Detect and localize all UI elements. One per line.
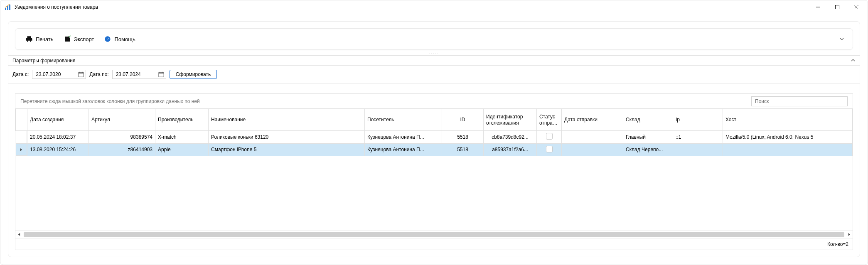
toolbar-expand-button[interactable] <box>837 34 847 44</box>
cell-ip <box>673 143 723 156</box>
cell-track: a85937a1f2a6... <box>484 143 537 156</box>
print-label: Печать <box>36 36 54 42</box>
cell-ship-date <box>562 131 623 144</box>
svg-rect-0 <box>5 8 6 10</box>
print-icon <box>25 35 33 43</box>
cell-manufacturer: Apple <box>155 143 209 156</box>
app-icon <box>5 4 11 10</box>
cell-host: Mozilla/5.0 (Linux; Android 6.0; Nexus 5 <box>723 131 853 144</box>
col-created[interactable]: Дата создания <box>27 109 89 131</box>
row-indicator <box>16 131 27 143</box>
params-body: Дата с: 23.07.2020 Дата по: 23.07.2024 <box>8 66 860 83</box>
checkbox[interactable] <box>546 133 553 140</box>
titlebar: Уведомления о поступлении товара <box>0 0 868 14</box>
cell-ship-status <box>537 131 562 144</box>
main-card: Печать Экспорт ? Помощь <box>8 21 860 257</box>
cell-created: 13.08.2020 15:24:26 <box>27 143 89 156</box>
calendar-icon <box>78 71 84 77</box>
export-icon <box>64 35 71 43</box>
col-ship-status[interactable]: Статус отправки <box>537 109 562 131</box>
col-warehouse[interactable]: Склад <box>623 109 673 131</box>
cell-visitor: Кузнецова Антонина П... <box>365 143 442 156</box>
scroll-left-icon[interactable] <box>15 231 23 238</box>
date-from-value: 23.07.2020 <box>36 71 61 77</box>
window-root: Уведомления о поступлении товара Печать <box>0 0 868 265</box>
export-button[interactable]: Экспорт <box>59 33 98 45</box>
col-ip[interactable]: Ip <box>673 109 723 131</box>
date-to-label: Дата по: <box>89 71 108 77</box>
minimize-button[interactable] <box>809 1 828 13</box>
cell-id: 5518 <box>442 131 484 144</box>
cell-manufacturer: X-match <box>155 131 209 144</box>
cell-article: 98389574 <box>89 131 155 144</box>
params-header-label: Параметры формирования <box>12 58 76 64</box>
date-to-input[interactable]: 23.07.2024 <box>112 70 166 79</box>
cell-visitor: Кузнецова Антонина П... <box>365 131 442 144</box>
content: Печать Экспорт ? Помощь <box>0 14 868 265</box>
col-article[interactable]: Артикул <box>89 109 155 131</box>
cell-name: Смартфон iPhone 5 <box>209 143 365 156</box>
chevron-up-icon <box>851 58 856 64</box>
close-button[interactable] <box>847 1 866 13</box>
calendar-icon <box>158 71 164 77</box>
cell-ip: ::1 <box>673 131 723 144</box>
svg-rect-2 <box>9 5 10 10</box>
grid-area: Перетяните сюда мышкой заголовок колонки… <box>8 83 860 257</box>
group-hint: Перетяните сюда мышкой заголовок колонки… <box>20 98 200 104</box>
toolbar: Печать Экспорт ? Помощь <box>15 28 853 50</box>
row-count: Кол-во=2 <box>827 241 848 247</box>
toolbar-separator <box>144 33 144 45</box>
cell-article: z86414903 <box>89 143 155 156</box>
checkbox[interactable] <box>546 146 553 152</box>
scrollbar-thumb[interactable] <box>24 232 844 237</box>
svg-rect-4 <box>836 5 839 9</box>
col-ship-date[interactable]: Дата отправки <box>562 109 623 131</box>
data-grid: Перетяните сюда мышкой заголовок колонки… <box>15 93 853 250</box>
scroll-right-icon[interactable] <box>845 231 853 238</box>
table-row[interactable]: 20.05.2024 18:02:37 98389574 X-match Рол… <box>16 131 853 144</box>
col-track[interactable]: Идентификатор отслеживания <box>484 109 537 131</box>
svg-rect-1 <box>7 6 8 10</box>
help-label: Помощь <box>114 36 135 42</box>
col-host[interactable]: Хост <box>723 109 853 131</box>
date-to-value: 23.07.2024 <box>116 71 141 77</box>
header-row: Дата создания Артикул Производитель Наим… <box>16 109 853 131</box>
cell-track: cb8a739d8c92... <box>484 131 537 144</box>
group-panel[interactable]: Перетяните сюда мышкой заголовок колонки… <box>15 94 853 109</box>
row-indicator <box>16 143 27 156</box>
col-manufacturer[interactable]: Производитель <box>155 109 209 131</box>
horizontal-scrollbar[interactable] <box>15 231 853 238</box>
params-header[interactable]: Параметры формирования <box>8 56 860 66</box>
cell-id: 5518 <box>442 143 484 156</box>
cell-host <box>723 143 853 156</box>
window-title: Уведомления о поступлении товара <box>15 4 98 10</box>
col-id[interactable]: ID <box>442 109 484 131</box>
print-button[interactable]: Печать <box>21 33 58 45</box>
grid-footer: Кол-во=2 <box>15 238 853 250</box>
cell-name: Роликовые коньки 63120 <box>209 131 365 144</box>
data-table: Дата создания Артикул Производитель Наим… <box>15 109 853 156</box>
col-name[interactable]: Наименование <box>209 109 365 131</box>
svg-text:?: ? <box>107 37 109 41</box>
search-input[interactable] <box>751 96 848 106</box>
export-label: Экспорт <box>74 36 94 42</box>
svg-rect-13 <box>159 73 164 77</box>
cell-created: 20.05.2024 18:02:37 <box>27 131 89 144</box>
maximize-button[interactable] <box>828 1 847 13</box>
col-visitor[interactable]: Посетитель <box>365 109 442 131</box>
help-icon: ? <box>104 35 111 43</box>
col-expand[interactable] <box>16 109 27 131</box>
cell-warehouse: Склад Черепо... <box>623 143 673 156</box>
svg-rect-9 <box>79 73 84 77</box>
cell-warehouse: Главный <box>623 131 673 144</box>
splitter-handle[interactable]: ····· <box>8 50 860 55</box>
cell-ship-status <box>537 143 562 156</box>
cell-ship-date <box>562 143 623 156</box>
params-section: Параметры формирования Дата с: 23.07.202… <box>8 55 860 83</box>
date-from-input[interactable]: 23.07.2020 <box>32 70 86 79</box>
date-from-label: Дата с: <box>12 71 29 77</box>
help-button[interactable]: ? Помощь <box>100 33 139 45</box>
table-row[interactable]: 13.08.2020 15:24:26 z86414903 Apple Смар… <box>16 143 853 156</box>
generate-button[interactable]: Сформировать <box>170 70 217 79</box>
